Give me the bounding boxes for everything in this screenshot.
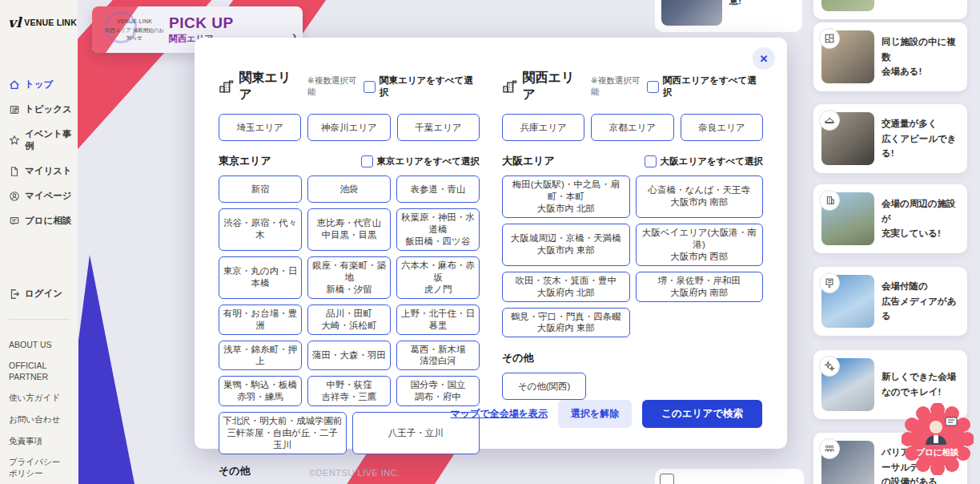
badge-label: プロに相談 xyxy=(902,447,974,458)
kansai-title: 関西エリア xyxy=(523,70,586,103)
tokyo-area-button[interactable]: 表参道・青山 xyxy=(396,175,480,203)
sidebar-item-mylist[interactable]: マイリスト xyxy=(0,159,78,184)
tokyo-area-button[interactable]: 六本木・麻布・赤坂虎ノ門 xyxy=(396,256,480,299)
osaka-area-button[interactable]: 堺・泉佐野・岸和田大阪府内 南部 xyxy=(636,272,764,302)
close-icon[interactable]: ✕ xyxy=(753,47,775,70)
benefit-card[interactable] xyxy=(813,0,967,19)
osaka-select-all-checkbox[interactable] xyxy=(645,155,657,167)
pickup-notice: VENUE LINK 関西エリア 掲載開始のお知らせ xyxy=(92,18,166,42)
kansai-pref-button[interactable]: 兵庫エリア xyxy=(502,114,584,141)
kanto-select-all-checkbox[interactable] xyxy=(363,81,376,93)
login-label: ログイン xyxy=(25,288,62,300)
building-icon xyxy=(819,190,840,211)
tokyo-area-button[interactable]: 下北沢・明大前・成城学園前三軒茶屋・自由が丘・二子玉川 xyxy=(219,412,347,454)
osaka-area-button[interactable]: 心斎橋・なんば・天王寺大阪市内 南部 xyxy=(636,175,764,218)
tokyo-area-button[interactable]: 秋葉原・神田・水道橋飯田橋・四ツ谷 xyxy=(396,208,480,251)
news-icon xyxy=(9,104,20,115)
feature-card-symposium[interactable]: シンポジウム イベントが得意! xyxy=(655,0,802,32)
tokyo-section-label: 東京エリア xyxy=(219,154,271,168)
benefit-photo xyxy=(821,30,874,83)
benefit-text: 新しくできた会場 なのでキレイ! xyxy=(882,369,956,400)
osaka-area-button[interactable]: 大阪城周辺・京橋・天満橋大阪市内 東部 xyxy=(502,224,630,266)
search-area-button[interactable]: このエリアで検索 xyxy=(642,400,762,428)
shoe-icon xyxy=(819,110,840,131)
venue-building-icon xyxy=(502,79,518,94)
kansai-column: 関西エリア ※複数選択可能 関西エリアをすべて選択 兵庫エリア京都エリア奈良エリ… xyxy=(502,70,763,428)
osaka-area-button[interactable]: 鶴見・守口・門真・四条畷大阪府内 東部 xyxy=(502,308,630,338)
tokyo-area-button[interactable]: 池袋 xyxy=(307,175,391,203)
sidebar-footer-link[interactable]: ABOUT US xyxy=(0,334,78,356)
osaka-area-button[interactable]: 吹田・茨木・箕面・豊中大阪府内 北部 xyxy=(502,272,630,302)
tokyo-select-all[interactable]: 東京エリアをすべて選択 xyxy=(361,155,480,167)
area-select-modal: ✕ 関東エリア ※複数選択可能 関東エリアをすべて選択 埼玉エリア神奈川エリア千… xyxy=(195,38,787,449)
sidebar-item-label: マイリスト xyxy=(25,165,72,177)
osaka-area-button[interactable]: 梅田(大阪駅)・中之島・扇町・本町大阪市内 北部 xyxy=(502,175,630,218)
sidebar-footer-link[interactable]: 免責事項 xyxy=(0,430,78,452)
sidebar-item-label: プロに相談 xyxy=(25,215,71,227)
osaka-area-button[interactable]: 大阪ベイエリア(大阪港・南港)大阪市内 西部 xyxy=(636,224,764,266)
kanto-select-all[interactable]: 関東エリアをすべて選択 xyxy=(363,75,480,99)
user-icon xyxy=(9,191,20,202)
sidebar-item-topics[interactable]: トピックス xyxy=(0,97,78,122)
tokyo-area-button[interactable]: 上野・北千住・日暮里 xyxy=(396,305,480,335)
tokyo-area-button[interactable]: 東京・丸の内・日本橋 xyxy=(219,256,302,299)
osaka-select-all[interactable]: 大阪エリアをすべて選択 xyxy=(645,155,763,167)
sidebar-item-consult[interactable]: プロに相談 xyxy=(0,208,78,233)
tokyo-area-button[interactable]: 渋谷・原宿・代々木 xyxy=(219,208,302,251)
tokyo-area-button[interactable]: 品川・田町大崎・浜松町 xyxy=(307,305,391,335)
people-icon xyxy=(819,438,840,459)
feature-card-bottom-cut xyxy=(655,469,804,484)
tokyo-area-button[interactable]: 浅草・錦糸町・押上 xyxy=(219,341,302,371)
login-button[interactable]: ログイン xyxy=(0,281,78,306)
pickup-title: PICK UP xyxy=(169,14,234,32)
tokyo-area-button[interactable]: 銀座・有楽町・築地新橋・汐留 xyxy=(307,256,391,299)
kanto-pref-button[interactable]: 千葉エリア xyxy=(397,114,480,141)
kanto-pref-button[interactable]: 埼玉エリア xyxy=(219,114,301,141)
sidebar-item-label: トピックス xyxy=(25,103,72,115)
logo-mark-icon: vl xyxy=(8,14,21,30)
benefit-card[interactable]: 交通量が多く 広くアピールできる! xyxy=(813,104,967,173)
sidebar-item-label: トップ xyxy=(25,79,53,91)
benefit-card[interactable]: 同じ施設の中に複数 会場ある! xyxy=(813,22,967,91)
kanto-pref-button[interactable]: 神奈川エリア xyxy=(307,114,390,141)
benefit-photo xyxy=(821,192,874,245)
kansai-other-button[interactable]: その他(関西) xyxy=(502,373,586,400)
kansai-pref-button[interactable]: 奈良エリア xyxy=(681,114,763,141)
clear-selection-button[interactable]: 選択を解除 xyxy=(558,400,632,428)
tokyo-area-button[interactable]: 巣鴨・駒込・板橋赤羽・練馬 xyxy=(219,376,302,406)
osaka-section-label: 大阪エリア xyxy=(502,154,555,168)
kansai-note: ※複数選択可能 xyxy=(591,75,647,98)
sidebar-item-events[interactable]: イベント事例 xyxy=(0,122,78,159)
sidebar-item-top[interactable]: トップ xyxy=(0,72,78,97)
sidebar-footer-link[interactable]: OFFICIAL PARTNER xyxy=(0,356,78,388)
tokyo-area-button[interactable]: 新宿 xyxy=(219,175,302,203)
tokyo-area-button[interactable]: 葛西・新木場清澄白河 xyxy=(396,341,480,371)
tokyo-area-button[interactable]: 中野・荻窪吉祥寺・三鷹 xyxy=(307,376,391,406)
kansai-select-all[interactable]: 関西エリアをすべて選択 xyxy=(647,75,763,99)
sidebar-item-mypage[interactable]: マイページ xyxy=(0,184,78,208)
kansai-pref-button[interactable]: 京都エリア xyxy=(591,114,673,141)
consult-pro-badge[interactable]: プロに相談 xyxy=(902,403,974,475)
kansai-select-all-checkbox[interactable] xyxy=(647,81,659,93)
kanto-title: 関東エリア xyxy=(239,70,303,103)
benefit-card[interactable]: 会場の周辺の施設が 充実している! xyxy=(813,184,967,253)
sidebar-footer-link[interactable]: プライバシー ポリシー xyxy=(0,452,78,484)
kanto-other-label: その他 xyxy=(219,464,480,478)
file-icon xyxy=(9,166,20,177)
tokyo-area-button[interactable]: 恵比寿・代官山中目黒・目黒 xyxy=(307,208,391,251)
logo[interactable]: vl VENUE LINK xyxy=(0,14,78,30)
benefit-text: 会場付随の 広告メディアがある xyxy=(882,279,959,325)
sidebar-footer-link[interactable]: お問い合わせ xyxy=(0,409,78,431)
map-link[interactable]: マップで全会場を表示 xyxy=(451,407,548,421)
symposium-photo xyxy=(661,0,722,26)
benefit-text: 交通量が多く 広くアピールできる! xyxy=(882,116,959,162)
tokyo-area-button[interactable]: 有明・お台場・豊洲 xyxy=(219,305,302,335)
tokyo-area-button[interactable]: 蒲田・大森・羽田 xyxy=(307,341,391,371)
pickup-notice-text: 関西エリア 掲載開始のお知らせ xyxy=(103,26,166,42)
benefit-photo xyxy=(821,358,874,411)
star-icon xyxy=(9,135,20,146)
sidebar-footer-link[interactable]: 使い方ガイド xyxy=(0,388,78,409)
tokyo-select-all-checkbox[interactable] xyxy=(361,155,373,167)
benefit-card[interactable]: 会場付随の 広告メディアがある xyxy=(813,267,967,336)
benefit-text: 同じ施設の中に複数 会場ある! xyxy=(882,34,959,80)
